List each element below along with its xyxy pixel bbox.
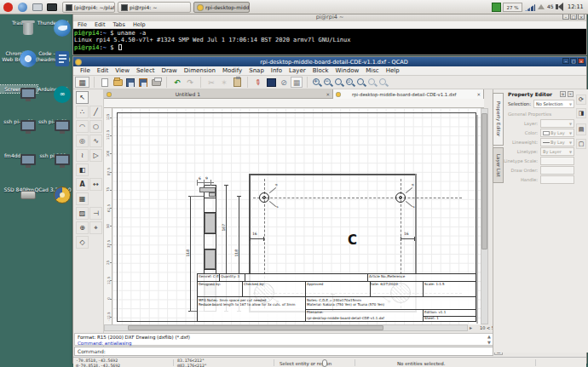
dock-refresh-icon[interactable]: ⟳ (576, 95, 586, 105)
menu-item-help[interactable]: Help (133, 21, 146, 28)
side-tab-property-editor[interactable]: Property Editor (493, 93, 504, 146)
zoom-previous-icon[interactable] (367, 77, 378, 88)
side-tab-layer-list[interactable]: Layer List (493, 147, 504, 183)
modify-tool-icon[interactable]: ⊕ (76, 221, 89, 234)
desktop-icon-screenshot[interactable]: Screenshot (0, 85, 37, 93)
copy-icon[interactable]: ✶ (218, 77, 230, 88)
isometric-icon[interactable]: ⊘ (278, 77, 290, 88)
handle-input[interactable] (540, 175, 574, 184)
menu-item-file[interactable]: File (78, 21, 87, 28)
desktop-icon-ssd[interactable]: SSD 840Pro (0, 186, 37, 193)
desktop-icon-code-oss[interactable]: Code - OSS (headmelted) (34, 49, 72, 63)
taskbar-window-terminal-2[interactable]: pi@rpi4: ~ (118, 2, 191, 13)
redo-icon[interactable]: ↷ (184, 77, 196, 88)
paste-icon[interactable] (231, 77, 243, 88)
menu-item[interactable]: Info (268, 67, 285, 74)
clock[interactable]: 12:11 (568, 3, 584, 10)
minimize-icon[interactable]: – (562, 14, 569, 20)
dimension-tool-icon[interactable]: ↔ (89, 178, 102, 191)
file-manager-launcher-icon[interactable] (32, 3, 43, 11)
terminal-output[interactable]: pi@rpi4:~ $ uname -a Linux rpi4 5.4.50-v… (73, 29, 586, 54)
lineweight-combobox[interactable]: By Lay▼ (540, 138, 574, 146)
menu-item[interactable]: Modify (219, 67, 245, 74)
console-scroll-down-icon[interactable]: ▼ (487, 340, 491, 345)
command-history[interactable]: Format: R15 (2000) DXF Drawing (dxflib) … (74, 333, 493, 346)
menu-item[interactable]: Draw (159, 67, 181, 74)
browser-launcher-icon[interactable] (18, 3, 27, 12)
save-icon[interactable] (124, 77, 136, 88)
tab-close-icon[interactable]: ✕ (476, 92, 481, 97)
menu-item-edit[interactable]: Edit (95, 21, 106, 28)
spline-tool-icon[interactable]: ∿ (89, 135, 102, 147)
qcad-titlebar[interactable]: rpi-desktop-middle-board-detail-CDE-v1.1… (73, 57, 586, 66)
cut-icon[interactable]: ✂ (205, 77, 217, 88)
image-tool-icon[interactable]: ▦ (76, 192, 89, 205)
color-combobox[interactable]: By Lay▼ (540, 129, 574, 137)
cpu-monitor-icon[interactable] (492, 3, 501, 12)
dock-list-icon[interactable]: ▤ (576, 123, 586, 135)
layer-combobox[interactable]: ▼ (540, 119, 574, 128)
viewport-tool-icon[interactable]: ◧ (76, 163, 89, 176)
menu-item[interactable]: Layer (285, 67, 309, 74)
menu-item[interactable]: Dimension (181, 67, 219, 74)
zoom-pan-icon[interactable] (378, 77, 389, 88)
terminal-launcher-icon[interactable] (47, 3, 57, 11)
menu-item[interactable]: Misc (362, 67, 382, 74)
menu-item[interactable]: Window (332, 67, 363, 74)
menu-item-tabs[interactable]: Tabs (112, 21, 124, 28)
network-signal-icon[interactable] (525, 4, 535, 11)
undo-icon[interactable]: ↶ (171, 77, 183, 88)
polyline-tool-icon[interactable]: ≀ (76, 149, 89, 162)
zoom-selection-icon[interactable] (356, 77, 366, 88)
panel-close-icon[interactable]: ✕ (568, 91, 574, 97)
linetype-combobox[interactable]: By Layer▼ (540, 147, 574, 156)
desktop-icon-qcad[interactable]: QCad 3.24.3.0 (34, 186, 72, 193)
zoom-auto-icon[interactable] (334, 77, 344, 88)
desktop-icon-arduino[interactable]: ∞ Arduino IDE (34, 85, 72, 93)
circle-tool-icon[interactable]: ○ (89, 120, 102, 133)
hatch-tool-icon[interactable]: ▨ (76, 207, 89, 220)
desktop-icon-chromium[interactable]: Chromium Web Browser (0, 49, 37, 63)
maximize-icon[interactable]: □ (570, 14, 577, 20)
property-painter-icon[interactable]: ✎ (250, 74, 266, 90)
zoom-window-icon[interactable]: ▫ (345, 77, 355, 88)
tab-drawing[interactable]: rpi-desktop-middle-board-detail-CDE-v1.1… (333, 89, 484, 99)
menu-item[interactable]: File (77, 67, 94, 74)
line-tool-icon[interactable]: ╱ (89, 106, 102, 118)
arc-tool-icon[interactable]: ◠ (76, 120, 89, 133)
panel-float-icon[interactable]: ⧉ (560, 91, 566, 97)
open-file-icon[interactable] (112, 77, 124, 88)
zoom-in-icon[interactable]: + (312, 77, 322, 88)
app-button[interactable]: ▦ (75, 77, 89, 88)
maximize-icon[interactable]: □ (570, 58, 577, 64)
close-icon[interactable]: × (578, 58, 585, 64)
app-menu-raspberry-icon[interactable] (3, 3, 13, 12)
linetype-scale-input[interactable] (540, 157, 574, 165)
ordinate-dim-tool-icon[interactable]: ⊣ (89, 207, 102, 220)
scroll-right-arrow-icon[interactable]: ▸ (470, 324, 472, 330)
shape-tool-icon[interactable]: ▷ (89, 149, 102, 162)
grid-toggle-icon[interactable]: ▦ (291, 77, 303, 88)
desktop-icon-fm4dd[interactable]: fm4dd.com (0, 152, 37, 159)
desktop-icon-trash[interactable]: Trash (0, 19, 37, 26)
desktop-icon-thunderbird[interactable]: Thunderbird (34, 19, 72, 26)
minimize-icon[interactable]: – (562, 58, 569, 64)
selection-combobox[interactable]: No Selection▼ (533, 100, 574, 108)
menu-item[interactable]: Edit (94, 67, 112, 74)
menu-item[interactable]: Select (133, 67, 159, 74)
export-icon[interactable] (265, 77, 277, 88)
vertical-scrollbar-thumb[interactable] (481, 113, 487, 249)
snap-tool-icon[interactable]: ⌖ (89, 221, 102, 234)
ellipse-tool-icon[interactable]: ◎ (76, 135, 89, 147)
menu-item[interactable]: Help (383, 67, 403, 74)
close-icon[interactable]: × (578, 14, 585, 20)
horizontal-scrollbar-thumb[interactable] (128, 325, 383, 330)
eject-icon[interactable] (538, 4, 545, 9)
menu-item[interactable]: Block (309, 67, 332, 74)
zoom-out-icon[interactable]: − (323, 77, 333, 88)
dock-panel-icon[interactable]: ▢ (576, 139, 586, 149)
tab-close-icon[interactable]: ✕ (326, 92, 330, 97)
console-scroll-up-icon[interactable]: ▲ (487, 334, 491, 339)
desktop-icon-ssh-pi-200[interactable]: ssh pi-200 (34, 152, 72, 159)
point-tool-icon[interactable]: ∴ (76, 106, 89, 118)
